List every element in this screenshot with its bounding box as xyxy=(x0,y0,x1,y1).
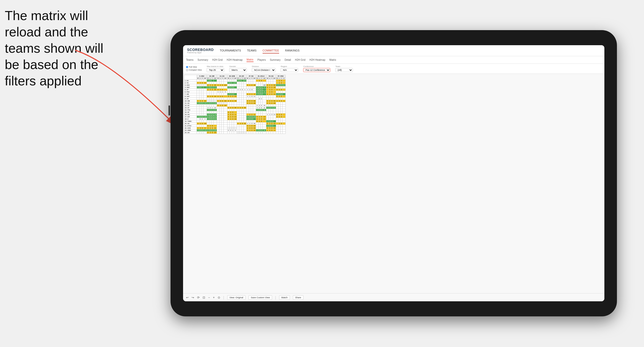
matrix-cell xyxy=(221,111,223,113)
zoom-out-icon[interactable]: − xyxy=(208,296,210,299)
full-view-radio[interactable]: Full View xyxy=(186,66,202,68)
undo-icon[interactable]: ↩ xyxy=(186,296,189,299)
matrix-cell xyxy=(199,93,201,95)
matrix-cell xyxy=(253,80,256,82)
zoom-fit-icon[interactable]: ⊡ xyxy=(203,296,205,299)
share-button[interactable]: Share xyxy=(293,295,303,300)
matrix-cell: W xyxy=(203,100,207,102)
matrix-cell xyxy=(258,111,260,113)
matrix-cell xyxy=(213,82,217,84)
matrix-cell: 0 xyxy=(199,116,201,118)
sub-nav-summary2[interactable]: Summary xyxy=(270,58,281,62)
matrix-cell xyxy=(230,132,232,134)
matrix-cell xyxy=(213,93,217,95)
sub-t-9: T xyxy=(280,77,282,80)
max-teams-select[interactable]: Top 25 xyxy=(207,68,224,72)
matrix-cell xyxy=(234,104,237,107)
matrix-cell xyxy=(282,111,285,113)
row-header: 10. UW xyxy=(184,100,197,102)
sub-nav-matrix2[interactable]: Matrix xyxy=(329,58,336,62)
matrix-cell xyxy=(223,120,227,123)
matrix-cell: 1 xyxy=(197,100,199,102)
matrix-cell: 2 xyxy=(230,113,232,116)
sub-nav-teams[interactable]: Teams xyxy=(186,58,193,62)
matrix-cell xyxy=(256,84,258,86)
matrix-cell: 0 xyxy=(201,129,203,132)
redo-icon[interactable]: ↪ xyxy=(192,296,194,299)
matrix-cell xyxy=(234,91,237,93)
watch-button[interactable]: Watch xyxy=(279,295,290,300)
sub-nav-h2h-grid2[interactable]: H2H Grid xyxy=(295,58,305,62)
region-select[interactable]: N/A xyxy=(281,68,298,72)
matrix-cell xyxy=(197,84,199,86)
matrix-cell xyxy=(219,82,221,84)
matrix-cell xyxy=(213,111,217,113)
sub-nav-h2h-heatmap[interactable]: H2H Heatmap xyxy=(227,58,243,62)
matrix-cell xyxy=(271,132,273,134)
matrix-cell xyxy=(213,100,217,102)
matrix-cell: 1 xyxy=(249,89,251,91)
matrix-cell: 3 xyxy=(203,127,207,129)
matrix-cell xyxy=(253,120,256,123)
matrix-cell: 1 xyxy=(209,95,211,98)
sub-nav-players[interactable]: Players xyxy=(258,58,266,62)
conference-select[interactable]: Pac-12 Conference xyxy=(303,68,330,72)
matrix-cell xyxy=(223,107,227,109)
matrix-cell xyxy=(223,127,227,129)
matrix-cell: 2 xyxy=(201,118,203,120)
matrix-cell xyxy=(258,102,260,104)
matrix-area[interactable]: 3. ASU 10. UW 11. UA 22. UCB 24. UO 27. … xyxy=(183,74,604,293)
gender-select[interactable]: Men's xyxy=(229,68,247,72)
sub-nav-matrix[interactable]: Matrix xyxy=(247,58,253,62)
matrix-cell: 0 xyxy=(207,125,209,127)
matrix-cell: 0 xyxy=(258,109,260,111)
matrix-cell: 0 xyxy=(269,125,271,127)
matrix-cell: 1 xyxy=(278,80,280,82)
nav-teams[interactable]: TEAMS xyxy=(247,48,257,53)
matrix-cell: 1 xyxy=(217,84,219,86)
matrix-cell xyxy=(253,86,256,89)
matrix-cell: 2 xyxy=(207,129,209,132)
compact-view-radio[interactable]: Compact View xyxy=(186,69,202,71)
matrix-cell xyxy=(232,123,234,125)
matrix-cell xyxy=(273,111,276,113)
matrix-cell xyxy=(273,95,276,98)
matrix-cell: 0 xyxy=(251,125,253,127)
sub-nav-h2h-grid[interactable]: H2H Grid xyxy=(212,58,223,62)
sub-nav-detail[interactable]: Detail xyxy=(285,58,291,62)
matrix-cell: 2 xyxy=(219,95,221,98)
refresh-icon[interactable]: ⟳ xyxy=(197,296,200,299)
matrix-cell: 27 xyxy=(234,82,237,84)
matrix-cell xyxy=(221,113,223,116)
sub-nav-h2h-heatmap2[interactable]: H2H Heatmap xyxy=(309,58,325,62)
team-select[interactable]: (All) xyxy=(335,68,353,72)
matrix-cell xyxy=(227,123,230,125)
view-original-button[interactable]: View: Original xyxy=(227,295,246,300)
matrix-cell xyxy=(207,120,209,123)
matrix-cell: 120 xyxy=(223,84,227,86)
matrix-cell xyxy=(213,104,217,107)
sub-nav-summary[interactable]: Summary xyxy=(197,58,208,62)
nav-rankings[interactable]: RANKINGS xyxy=(285,48,299,53)
matrix-cell xyxy=(207,104,209,107)
zoom-in-icon[interactable]: + xyxy=(213,296,215,299)
nav-tournaments[interactable]: TOURNAMENTS xyxy=(220,48,241,53)
matrix-cell xyxy=(237,86,239,89)
matrix-cell xyxy=(249,132,251,134)
division-select[interactable]: NCAA Division I xyxy=(252,68,276,72)
matrix-cell: 15 xyxy=(263,104,266,107)
matrix-cell xyxy=(211,104,213,107)
matrix-cell xyxy=(251,109,253,111)
matrix-cell xyxy=(256,123,258,125)
target-icon[interactable]: ⊙ xyxy=(218,296,220,299)
matrix-cell xyxy=(209,123,211,125)
save-custom-button[interactable]: Save Custom View xyxy=(249,295,272,300)
nav-committee[interactable]: COMMITTEE xyxy=(263,48,279,53)
matrix-cell xyxy=(211,100,213,102)
matrix-cell: 25 xyxy=(213,129,217,132)
matrix-cell xyxy=(244,104,247,107)
matrix-cell: 0 xyxy=(278,84,280,86)
matrix-cell xyxy=(223,93,227,95)
matrix-cell xyxy=(241,113,243,116)
matrix-cell xyxy=(244,129,247,132)
